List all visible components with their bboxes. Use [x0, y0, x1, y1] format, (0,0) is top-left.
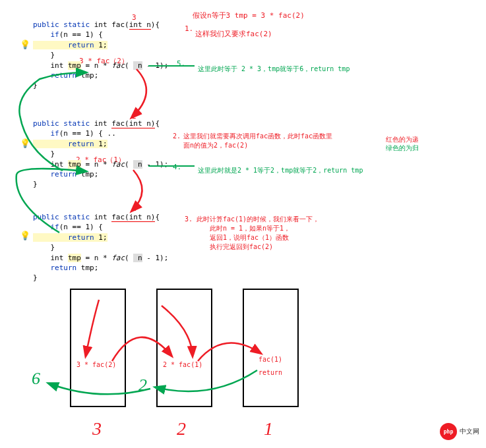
logo-text: 中文网 — [460, 427, 479, 436]
step5-text: 这里此时等于 2 * 3，tmp就等于6，return tmp — [198, 65, 349, 74]
step3-text-a: 此时计算fac(1)的时候，我们来看一下， — [197, 215, 328, 224]
handwritten-big2: 2 — [138, 376, 147, 395]
stack-text-2: 2 * fac(1) — [163, 361, 202, 368]
stack-box-1 — [70, 289, 126, 407]
code-block-2: public static int fac(int n){ if(n == 1)… — [33, 119, 168, 190]
step4-text: 这里此时就是2 * 1等于2，tmp就等于2，return tmp — [198, 166, 363, 175]
step5-marker: 5. — [177, 59, 185, 68]
bulb-icon-3: 💡 — [20, 231, 30, 240]
handwritten-6: 6 — [32, 369, 40, 389]
bulb-icon-2: 💡 — [20, 138, 30, 148]
stack-text-1: 3 * fac(2) — [76, 361, 116, 368]
php-logo: php 中文网 — [440, 423, 479, 440]
code-block-1: public static int fac(int n){ if(n == 1)… — [33, 20, 168, 91]
stack-box-2 — [156, 289, 212, 407]
step4-marker: 4. — [173, 163, 181, 171]
step2-marker: 2. — [173, 132, 181, 141]
stack-text-3b: return — [258, 369, 282, 376]
stack-text-3a: fac(1) — [258, 356, 282, 363]
step2-text: 这里我们就需要再次调用fac函数，此时fac函数里面n的值为2，fac(2) — [183, 132, 335, 150]
handwritten-b2: 2 — [177, 418, 186, 439]
code-block-3: public static int fac(int n){ if(n == 1)… — [33, 212, 168, 283]
bulb-icon: 💡 — [20, 40, 30, 49]
step3-marker: 3. — [185, 215, 193, 224]
assumption-text: 假设n等于3 tmp = 3 * fac(2) — [193, 11, 305, 20]
assumption-sub: 这样我们又要求fac(2) — [195, 29, 272, 39]
logo-icon: php — [440, 423, 457, 440]
handwritten-b1: 1 — [264, 418, 273, 439]
handwritten-b3: 3 — [92, 418, 102, 439]
assumption-num1: 1. — [185, 24, 193, 34]
legend-red: 红色的为递 — [386, 135, 419, 144]
step3-text-b: 此时n = 1，如果n等于1，返回1，说明fac（1）函数执行完返回到fac(2… — [210, 224, 295, 252]
legend-green: 绿色的为归 — [386, 144, 419, 153]
stack-box-3 — [243, 289, 299, 407]
